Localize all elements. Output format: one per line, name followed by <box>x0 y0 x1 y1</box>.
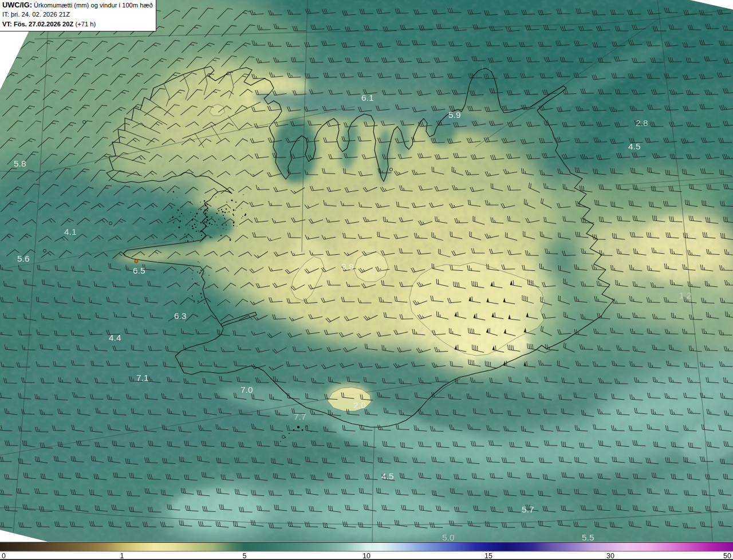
svg-text:7.7: 7.7 <box>294 412 306 421</box>
svg-text:6.3: 6.3 <box>174 311 187 321</box>
svg-text:2.0: 2.0 <box>353 400 366 410</box>
svg-text:5: 5 <box>243 552 247 560</box>
svg-text:1: 1 <box>120 552 124 560</box>
svg-text:5.9: 5.9 <box>448 110 461 120</box>
svg-text:7.1: 7.1 <box>136 373 149 382</box>
svg-text:6.5: 6.5 <box>133 266 145 275</box>
svg-text:0: 0 <box>2 552 6 560</box>
svg-text:5.5: 5.5 <box>582 533 594 542</box>
svg-text:7.0: 7.0 <box>241 385 253 395</box>
svg-text:5.8: 5.8 <box>14 159 26 168</box>
svg-text:1.5: 1.5 <box>371 266 384 276</box>
svg-text:10: 10 <box>362 552 371 560</box>
svg-text:1.2: 1.2 <box>679 290 692 300</box>
svg-text:15: 15 <box>484 552 492 560</box>
svg-text:5.0: 5.0 <box>442 533 455 542</box>
svg-text:6.1: 6.1 <box>361 93 374 102</box>
svg-text:2.8: 2.8 <box>636 118 648 128</box>
svg-text:4.5: 4.5 <box>381 471 394 481</box>
svg-text:1.1: 1.1 <box>480 62 492 72</box>
svg-text:5.6: 5.6 <box>17 254 30 263</box>
svg-text:3.8: 3.8 <box>341 262 354 271</box>
svg-text:4.5: 4.5 <box>628 141 641 151</box>
svg-text:4.4: 4.4 <box>109 333 121 342</box>
svg-text:30: 30 <box>606 552 614 560</box>
svg-text:50: 50 <box>723 552 731 560</box>
svg-text:4.1: 4.1 <box>64 227 77 236</box>
svg-text:5.7: 5.7 <box>522 504 534 514</box>
